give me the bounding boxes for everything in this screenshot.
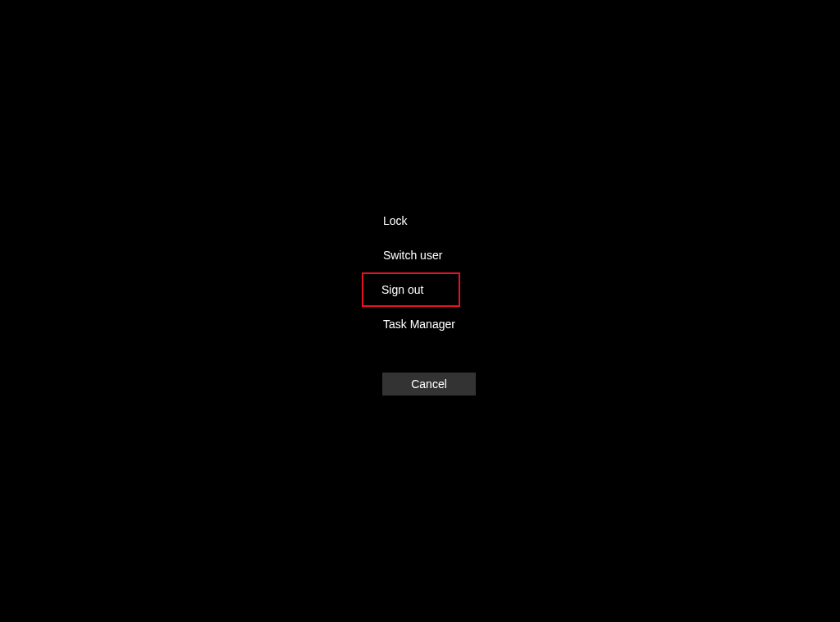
switch-user-label: Switch user <box>383 249 442 262</box>
sign-out-label: Sign out <box>381 283 423 296</box>
lock-label: Lock <box>383 214 408 227</box>
sign-out-option[interactable]: Sign out <box>362 272 460 307</box>
cancel-button[interactable]: Cancel <box>382 373 476 396</box>
security-options-menu: Lock Switch user Sign out Task Manager <box>362 204 460 341</box>
cancel-button-label: Cancel <box>411 377 447 391</box>
task-manager-option[interactable]: Task Manager <box>362 307 460 341</box>
switch-user-option[interactable]: Switch user <box>362 238 460 272</box>
task-manager-label: Task Manager <box>383 318 455 331</box>
lock-option[interactable]: Lock <box>362 204 460 238</box>
